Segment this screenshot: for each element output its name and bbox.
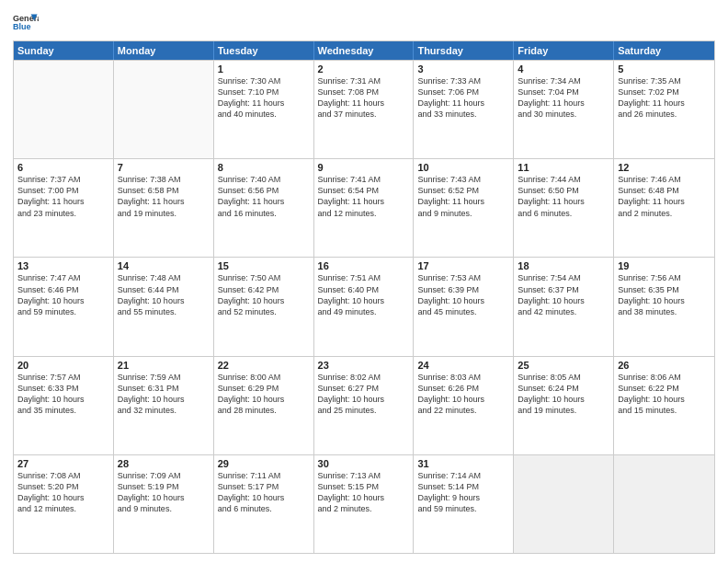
cell-line: Sunset: 7:00 PM (17, 185, 109, 196)
calendar-cell: 17Sunrise: 7:53 AMSunset: 6:39 PMDayligh… (414, 258, 514, 355)
calendar-cell: 5Sunrise: 7:35 AMSunset: 7:02 PMDaylight… (614, 61, 714, 158)
cell-line: Sunset: 6:35 PM (618, 284, 711, 295)
cell-line: and 2 minutes. (618, 208, 711, 219)
day-number: 31 (417, 458, 509, 469)
cell-line: Sunset: 6:37 PM (518, 284, 609, 295)
cell-line: and 52 minutes. (218, 306, 310, 317)
calendar: SundayMondayTuesdayWednesdayThursdayFrid… (13, 40, 715, 554)
calendar-week-row: 13Sunrise: 7:47 AMSunset: 6:46 PMDayligh… (14, 257, 714, 355)
cell-line: Sunset: 7:06 PM (417, 86, 509, 98)
cell-line: and 12 minutes. (17, 503, 109, 514)
cell-line: and 9 minutes. (417, 208, 509, 219)
cell-line: and 40 minutes. (218, 109, 310, 120)
cell-line: and 55 minutes. (118, 306, 210, 317)
header: General Blue (13, 9, 715, 35)
cell-line: Sunset: 6:24 PM (518, 383, 609, 394)
cell-line: Sunset: 5:17 PM (218, 481, 310, 492)
cell-line: Daylight: 9 hours (417, 492, 509, 503)
calendar-cell: 25Sunrise: 8:05 AMSunset: 6:24 PMDayligh… (514, 357, 614, 454)
calendar-cell: 2Sunrise: 7:31 AMSunset: 7:08 PMDaylight… (314, 61, 415, 158)
cell-line: Sunrise: 8:05 AM (518, 372, 609, 383)
logo: General Blue (13, 9, 39, 35)
calendar-week-row: 27Sunrise: 7:08 AMSunset: 5:20 PMDayligh… (14, 454, 714, 553)
calendar-cell (114, 61, 214, 158)
cell-line: Daylight: 10 hours (318, 492, 410, 503)
cell-line: Daylight: 11 hours (118, 196, 210, 207)
calendar-header-cell: Monday (114, 41, 214, 60)
cell-line: Sunset: 7:08 PM (318, 86, 410, 98)
cell-line: Sunrise: 7:48 AM (118, 272, 210, 283)
cell-line: Sunset: 6:56 PM (218, 185, 310, 196)
cell-line: Daylight: 11 hours (417, 98, 509, 109)
day-number: 26 (618, 360, 711, 371)
cell-line: Daylight: 10 hours (417, 295, 509, 306)
calendar-cell (14, 61, 114, 158)
cell-line: Sunrise: 7:35 AM (618, 75, 711, 86)
calendar-header-cell: Sunday (14, 41, 114, 60)
calendar-cell (514, 455, 614, 553)
calendar-cell: 7Sunrise: 7:38 AMSunset: 6:58 PMDaylight… (114, 159, 214, 257)
calendar-cell: 14Sunrise: 7:48 AMSunset: 6:44 PMDayligh… (114, 258, 214, 355)
calendar-cell: 27Sunrise: 7:08 AMSunset: 5:20 PMDayligh… (14, 455, 114, 553)
cell-line: and 32 minutes. (118, 405, 210, 416)
cell-line: Sunset: 7:02 PM (618, 86, 711, 98)
day-number: 24 (417, 360, 509, 371)
day-number: 27 (17, 458, 109, 469)
calendar-cell: 4Sunrise: 7:34 AMSunset: 7:04 PMDaylight… (514, 61, 614, 158)
calendar-cell: 1Sunrise: 7:30 AMSunset: 7:10 PMDaylight… (214, 61, 314, 158)
cell-line: and 59 minutes. (417, 503, 509, 514)
cell-line: Daylight: 10 hours (618, 295, 711, 306)
cell-line: Sunset: 6:44 PM (118, 284, 210, 295)
cell-line: Sunset: 5:19 PM (118, 481, 210, 492)
calendar-cell: 30Sunrise: 7:13 AMSunset: 5:15 PMDayligh… (314, 455, 415, 553)
cell-line: Sunset: 7:04 PM (518, 86, 609, 98)
cell-line: Daylight: 10 hours (17, 295, 109, 306)
calendar-header-cell: Friday (514, 41, 614, 60)
cell-line: Sunrise: 7:47 AM (17, 272, 109, 283)
day-number: 20 (17, 360, 109, 371)
calendar-cell: 31Sunrise: 7:14 AMSunset: 5:14 PMDayligh… (414, 455, 514, 553)
cell-line: Daylight: 11 hours (518, 196, 609, 207)
calendar-cell: 24Sunrise: 8:03 AMSunset: 6:26 PMDayligh… (414, 357, 514, 454)
day-number: 28 (118, 458, 210, 469)
cell-line: Sunrise: 7:54 AM (518, 272, 609, 283)
cell-line: Daylight: 10 hours (118, 295, 210, 306)
calendar-cell: 26Sunrise: 8:06 AMSunset: 6:22 PMDayligh… (614, 357, 714, 454)
calendar-cell: 3Sunrise: 7:33 AMSunset: 7:06 PMDaylight… (414, 61, 514, 158)
cell-line: Sunset: 5:20 PM (17, 481, 109, 492)
day-number: 3 (417, 63, 509, 75)
cell-line: Sunrise: 7:51 AM (318, 272, 410, 283)
cell-line: Sunrise: 7:43 AM (417, 174, 509, 185)
cell-line: Sunrise: 7:44 AM (518, 174, 609, 185)
cell-line: Daylight: 11 hours (218, 98, 310, 109)
cell-line: Sunset: 6:31 PM (118, 383, 210, 394)
cell-line: Sunrise: 7:46 AM (618, 174, 711, 185)
cell-line: Sunset: 5:15 PM (318, 481, 410, 492)
cell-line: and 37 minutes. (318, 109, 410, 120)
cell-line: Daylight: 10 hours (218, 492, 310, 503)
calendar-week-row: 1Sunrise: 7:30 AMSunset: 7:10 PMDaylight… (14, 60, 714, 158)
cell-line: Sunset: 6:58 PM (118, 185, 210, 196)
cell-line: and 19 minutes. (118, 208, 210, 219)
cell-line: Sunset: 6:50 PM (518, 185, 609, 196)
calendar-body: 1Sunrise: 7:30 AMSunset: 7:10 PMDaylight… (14, 60, 714, 553)
cell-line: Sunset: 6:33 PM (17, 383, 109, 394)
page: General Blue SundayMondayTuesdayWednesda… (0, 0, 728, 563)
cell-line: and 38 minutes. (618, 306, 711, 317)
cell-line: Sunrise: 7:53 AM (417, 272, 509, 283)
cell-line: Sunset: 6:54 PM (318, 185, 410, 196)
cell-line: Daylight: 10 hours (518, 394, 609, 405)
day-number: 19 (618, 260, 711, 271)
cell-line: Sunrise: 7:50 AM (218, 272, 310, 283)
cell-line: Sunset: 6:27 PM (318, 383, 410, 394)
cell-line: Sunrise: 7:40 AM (218, 174, 310, 185)
cell-line: Daylight: 10 hours (618, 394, 711, 405)
cell-line: Sunrise: 7:33 AM (417, 75, 509, 86)
calendar-cell: 15Sunrise: 7:50 AMSunset: 6:42 PMDayligh… (214, 258, 314, 355)
cell-line: Daylight: 10 hours (17, 394, 109, 405)
calendar-cell: 8Sunrise: 7:40 AMSunset: 6:56 PMDaylight… (214, 159, 314, 257)
day-number: 8 (218, 162, 310, 173)
cell-line: Sunset: 6:39 PM (417, 284, 509, 295)
day-number: 12 (618, 162, 711, 173)
cell-line: Sunrise: 7:34 AM (518, 75, 609, 86)
